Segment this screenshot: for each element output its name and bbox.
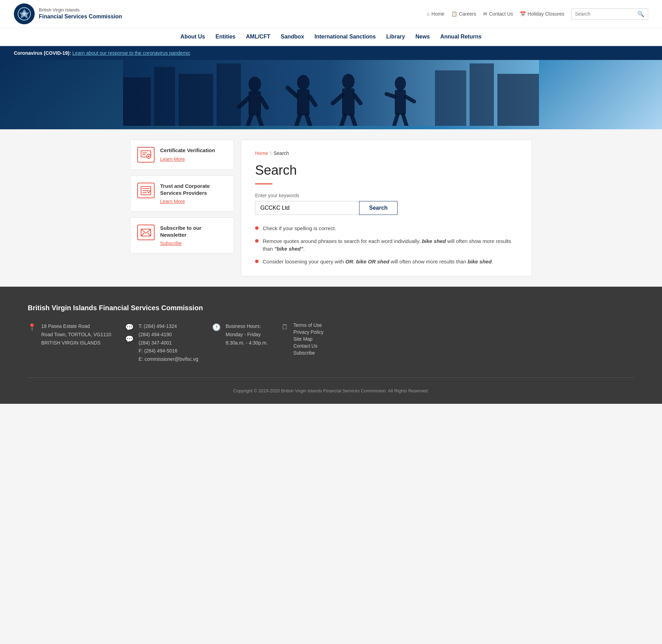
phone-email: E: commissioner@bvifsc.vg: [139, 356, 198, 362]
covid-banner: Coronavirus (COVID-19): Learn about our …: [0, 46, 662, 60]
careers-label: Careers: [459, 11, 476, 17]
trust-learn-more-link[interactable]: Learn More: [160, 199, 185, 204]
top-link-holidays[interactable]: 📅 Holiday Closures: [520, 11, 564, 17]
document-icon: 🗒: [281, 323, 288, 331]
nav-about-us[interactable]: About Us: [181, 32, 205, 41]
search-form: Search: [255, 201, 518, 215]
svg-line-31: [386, 94, 395, 97]
trust-card-content: Trust and Corporate Services Providers L…: [160, 183, 227, 204]
phone-t1: T: (284) 494-1324: [139, 323, 177, 329]
list-check-icon: [137, 183, 155, 198]
hours-days: Monday - Friday: [226, 332, 261, 337]
svg-rect-8: [435, 70, 466, 126]
footer-hours-col: 🕐 Business Hours: Monday - Friday 8:30a.…: [212, 322, 268, 364]
top-link-contact[interactable]: ✉ Contact Us: [483, 11, 513, 17]
svg-rect-10: [497, 74, 539, 126]
nav-international-sanctions[interactable]: International Sanctions: [314, 32, 376, 41]
footer-hours-text: Business Hours: Monday - Friday 8:30a.m.…: [226, 322, 268, 347]
search-submit-button[interactable]: Search: [359, 201, 398, 215]
footer-address: 18 Pasea Estate Road Road Town, TORTOLA,…: [41, 322, 111, 347]
svg-rect-5: [154, 67, 175, 126]
tip-text-3: Consider loosening your query with OR. b…: [263, 258, 493, 266]
search-section: Home \ Search Search Enter your keywords…: [241, 140, 532, 276]
content-wrapper: Certificate Verification Learn More Trus…: [123, 129, 539, 287]
mail-icon: [137, 225, 155, 240]
newsletter-card-title: Subscribe to our Newsletter: [160, 225, 227, 238]
tip-1: Check if your spelling is correct.: [255, 225, 518, 233]
sidebar-card-trust: Trust and Corporate Services Providers L…: [130, 175, 234, 212]
hero-image: [0, 60, 662, 129]
phone-t3: (284) 347-4001: [139, 340, 172, 346]
hours-label: Business Hours:: [226, 323, 261, 329]
logo-icon: [14, 3, 35, 24]
footer-link-subscribe[interactable]: Subscribe: [293, 350, 323, 356]
svg-rect-4: [123, 77, 151, 126]
breadcrumb-home[interactable]: Home: [255, 150, 268, 156]
newsletter-subscribe-link[interactable]: Subscribe: [160, 241, 182, 246]
holidays-label: Holiday Closures: [528, 11, 564, 17]
briefcase-icon: 📋: [451, 11, 457, 17]
envelope-icon: ✉: [483, 11, 487, 17]
tip-text-2: Remove quotes around phrases to search f…: [263, 237, 518, 253]
svg-rect-12: [249, 91, 261, 115]
footer-divider: [28, 377, 634, 378]
footer-columns: 📍 18 Pasea Estate Road Road Town, TORTOL…: [28, 322, 634, 364]
hero-silhouettes: [123, 60, 539, 129]
svg-point-39: [148, 155, 150, 157]
top-link-home[interactable]: ⌂ Home: [427, 11, 444, 17]
nav-amlcft[interactable]: AML/CFT: [246, 32, 270, 41]
nav-news[interactable]: News: [415, 32, 430, 41]
clock-icon: 🕐: [212, 323, 221, 331]
header-search-button[interactable]: 🔍: [634, 9, 648, 19]
tip-bullet-3: [255, 260, 259, 263]
footer-phone-col: 💬 💬 T: (284) 494-1324 (284) 494-4190 (28…: [125, 322, 198, 364]
svg-line-45: [141, 233, 144, 236]
footer-phone-text: T: (284) 494-1324 (284) 494-4190 (284) 3…: [139, 322, 198, 364]
nav-annual-returns[interactable]: Annual Returns: [440, 32, 481, 41]
covid-link[interactable]: Learn about our response to the coronavi…: [72, 50, 190, 56]
keyword-input[interactable]: [255, 201, 359, 215]
sidebar: Certificate Verification Learn More Trus…: [130, 140, 234, 254]
footer-link-privacy[interactable]: Privacy Policy: [293, 329, 323, 335]
nav-entities[interactable]: Entities: [216, 32, 236, 41]
sidebar-card-newsletter: Subscribe to our Newsletter Subscribe: [130, 217, 234, 254]
certificate-learn-more-link[interactable]: Learn More: [160, 156, 185, 162]
phone-t2: (284) 494-4190: [139, 332, 172, 337]
top-links: ⌂ Home 📋 Careers ✉ Contact Us 📅 Holiday …: [427, 8, 648, 20]
home-label: Home: [432, 11, 444, 17]
nav-library[interactable]: Library: [386, 32, 405, 41]
certificate-card-title: Certificate Verification: [160, 147, 215, 154]
phone-icon-1: 💬: [125, 323, 134, 331]
svg-point-29: [395, 77, 406, 90]
page-title: Search: [255, 163, 518, 178]
footer-address-col: 📍 18 Pasea Estate Road Road Town, TORTOL…: [28, 322, 111, 364]
footer-link-sitemap[interactable]: Site Map: [293, 336, 323, 342]
footer-link-contact[interactable]: Contact Us: [293, 343, 323, 349]
footer-copyright: Copyright © 2019-2020 British Virgin Isl…: [28, 385, 634, 393]
main-nav: About Us Entities AML/CFT Sandbox Intern…: [0, 28, 662, 46]
header-search-box: 🔍: [571, 8, 648, 20]
newsletter-card-content: Subscribe to our Newsletter Subscribe: [160, 225, 227, 246]
nav-sandbox[interactable]: Sandbox: [281, 32, 304, 41]
svg-point-23: [342, 74, 355, 89]
footer-link-terms[interactable]: Terms of Use: [293, 322, 323, 328]
address-line1: 18 Pasea Estate Road: [41, 323, 90, 329]
svg-point-11: [249, 77, 261, 92]
tip-bullet-2: [255, 239, 259, 243]
svg-line-46: [148, 233, 151, 236]
home-icon: ⌂: [427, 11, 429, 17]
top-link-careers[interactable]: 📋 Careers: [451, 11, 476, 17]
tip-bullet-1: [255, 226, 259, 230]
contact-label: Contact Us: [489, 11, 513, 17]
logo-area: British Virgin Islands Financial Service…: [14, 3, 122, 24]
breadcrumb-separator: \: [270, 150, 271, 156]
footer-org-name: British Virgin Islands Financial Service…: [28, 304, 634, 312]
covid-prefix: Coronavirus (COVID-19):: [14, 50, 71, 56]
logo-line2: Financial Services Commission: [39, 13, 122, 20]
search-label: Enter your keywords: [255, 193, 518, 198]
header-search-input[interactable]: [572, 9, 634, 19]
svg-rect-9: [470, 63, 494, 126]
tip-text-1: Check if your spelling is correct.: [263, 225, 336, 233]
certificate-card-content: Certificate Verification Learn More: [160, 147, 215, 162]
svg-rect-24: [342, 88, 355, 115]
